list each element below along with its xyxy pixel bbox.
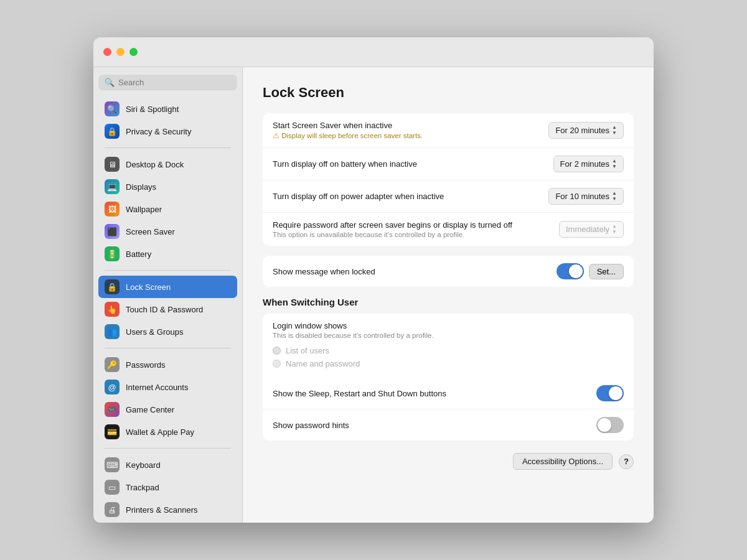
touchid-icon: 👆 bbox=[105, 302, 120, 317]
touchid-label: Touch ID & Password bbox=[126, 305, 203, 314]
passwords-label: Passwords bbox=[126, 360, 166, 370]
displays-label: Displays bbox=[126, 182, 156, 192]
radio-list-users[interactable]: List of users bbox=[273, 344, 360, 357]
sidebar-divider-0 bbox=[105, 147, 231, 148]
password-hints-label: Show password hints bbox=[273, 421, 596, 430]
sidebar-item-siri[interactable]: 🔍Siri & Spotlight bbox=[98, 98, 237, 120]
radio-name-password[interactable]: Name and password bbox=[273, 357, 360, 370]
sidebar-item-desktop[interactable]: 🖥Desktop & Dock bbox=[98, 153, 237, 175]
sidebar-item-battery[interactable]: 🔋Battery bbox=[98, 243, 237, 265]
page-title: Lock Screen bbox=[263, 85, 634, 101]
adapter-display-off-row: Turn display off on power adapter when i… bbox=[263, 180, 634, 213]
adapter-display-off-label: Turn display off on power adapter when i… bbox=[273, 192, 548, 201]
search-icon: 🔍 bbox=[105, 78, 115, 87]
privacy-label: Privacy & Security bbox=[126, 127, 191, 136]
siri-label: Siri & Spotlight bbox=[126, 105, 179, 114]
internet-icon: @ bbox=[105, 380, 120, 394]
login-window-label: Login window shows bbox=[273, 321, 347, 330]
require-password-row: Require password after screen saver begi… bbox=[263, 213, 634, 246]
login-window-row: Login window shows This is disabled beca… bbox=[263, 314, 634, 378]
screensaver-timer-label: Start Screen Saver when inactive bbox=[273, 121, 548, 130]
search-input[interactable] bbox=[118, 78, 231, 87]
show-message-card: Show message when locked Set... bbox=[263, 256, 634, 287]
require-password-stepper[interactable]: Immediately ▲ ▼ bbox=[559, 221, 624, 238]
sidebar-item-screensaver[interactable]: ⬛Screen Saver bbox=[98, 220, 237, 243]
desktop-icon: 🖥 bbox=[105, 157, 120, 172]
battery-label: Battery bbox=[126, 250, 151, 259]
screensaver-timer-stepper[interactable]: For 20 minutes ▲ ▼ bbox=[548, 122, 624, 139]
content-area: Lock Screen Start Screen Saver when inac… bbox=[243, 67, 654, 523]
battery-display-off-stepper[interactable]: For 2 minutes ▲ ▼ bbox=[553, 156, 624, 172]
battery-icon: 🔋 bbox=[105, 246, 120, 261]
keyboard-icon: ⌨ bbox=[105, 457, 120, 472]
when-switching-card: Login window shows This is disabled beca… bbox=[263, 314, 634, 441]
require-password-label: Require password after screen saver begi… bbox=[273, 220, 559, 230]
sidebar-item-printers[interactable]: 🖨Printers & Scanners bbox=[98, 498, 237, 521]
printers-icon: 🖨 bbox=[105, 502, 120, 517]
main-window: 🔍 🔍Siri & Spotlight🔒Privacy & Security🖥D… bbox=[93, 37, 654, 523]
siri-icon: 🔍 bbox=[105, 101, 120, 116]
main-settings-card: Start Screen Saver when inactive ⚠ Displ… bbox=[263, 113, 634, 246]
wallet-label: Wallet & Apple Pay bbox=[126, 427, 194, 437]
when-switching-section-title: When Switching User bbox=[263, 297, 634, 307]
lockscreen-label: Lock Screen bbox=[126, 282, 171, 292]
battery-display-off-label: Turn display off on battery when inactiv… bbox=[273, 159, 553, 169]
trackpad-label: Trackpad bbox=[126, 483, 159, 492]
sleep-restart-row: Show the Sleep, Restart and Shut Down bu… bbox=[263, 378, 634, 409]
screensaver-timer-row: Start Screen Saver when inactive ⚠ Displ… bbox=[263, 113, 634, 148]
sidebar-item-internet[interactable]: @Internet Accounts bbox=[98, 376, 237, 398]
radio-list-users-label: List of users bbox=[286, 346, 329, 355]
sleep-restart-toggle[interactable] bbox=[596, 385, 624, 401]
passwords-icon: 🔑 bbox=[105, 357, 120, 372]
sidebar-item-passwords[interactable]: 🔑Passwords bbox=[98, 353, 237, 376]
screensaver-icon: ⬛ bbox=[105, 224, 120, 239]
sidebar-item-touchid[interactable]: 👆Touch ID & Password bbox=[98, 298, 237, 320]
show-message-row: Show message when locked Set... bbox=[263, 256, 634, 287]
help-button[interactable]: ? bbox=[619, 454, 634, 469]
sidebar-item-displays[interactable]: 💻Displays bbox=[98, 175, 237, 198]
keyboard-label: Keyboard bbox=[126, 460, 161, 470]
sidebar-item-gamecenter[interactable]: 🎮Game Center bbox=[98, 398, 237, 421]
maximize-button[interactable] bbox=[129, 48, 138, 56]
sidebar-item-users[interactable]: 👥Users & Groups bbox=[98, 320, 237, 343]
sidebar-divider-2 bbox=[105, 348, 231, 348]
wallet-icon: 💳 bbox=[105, 424, 120, 439]
lockscreen-icon: 🔒 bbox=[105, 279, 120, 294]
screensaver-timer-sublabel: ⚠ Display will sleep before screen saver… bbox=[273, 131, 548, 140]
sidebar-item-keyboard[interactable]: ⌨Keyboard bbox=[98, 454, 237, 476]
adapter-display-off-stepper[interactable]: For 10 minutes ▲ ▼ bbox=[548, 188, 624, 205]
toggle-knob bbox=[569, 264, 583, 278]
wallpaper-icon: 🖼 bbox=[105, 202, 120, 217]
battery-display-off-row: Turn display off on battery when inactiv… bbox=[263, 148, 634, 180]
sidebar: 🔍 🔍Siri & Spotlight🔒Privacy & Security🖥D… bbox=[93, 67, 243, 523]
sidebar-item-wallpaper[interactable]: 🖼Wallpaper bbox=[98, 198, 237, 220]
accessibility-options-button[interactable]: Accessibility Options... bbox=[513, 453, 613, 470]
close-button[interactable] bbox=[103, 48, 111, 56]
desktop-label: Desktop & Dock bbox=[126, 160, 184, 169]
privacy-icon: 🔒 bbox=[105, 124, 120, 139]
sidebar-divider-3 bbox=[105, 448, 231, 449]
sidebar-divider-1 bbox=[105, 270, 231, 271]
require-password-sublabel: This option is unavailable because it's … bbox=[273, 231, 559, 238]
trackpad-icon: ▭ bbox=[105, 480, 120, 495]
radio-name-password-label: Name and password bbox=[286, 359, 360, 368]
sidebar-item-trackpad[interactable]: ▭Trackpad bbox=[98, 476, 237, 498]
main-layout: 🔍 🔍Siri & Spotlight🔒Privacy & Security🖥D… bbox=[93, 37, 654, 523]
screensaver-label: Screen Saver bbox=[126, 227, 175, 236]
minimize-button[interactable] bbox=[116, 48, 125, 56]
radio-list-users-circle bbox=[273, 347, 281, 355]
password-hints-toggle[interactable] bbox=[596, 417, 624, 433]
users-icon: 👥 bbox=[105, 324, 120, 339]
login-window-sublabel: This is disabled because it's controlled… bbox=[273, 332, 434, 339]
set-message-button[interactable]: Set... bbox=[589, 264, 624, 279]
bottom-bar: Accessibility Options... ? bbox=[263, 450, 634, 472]
search-bar[interactable]: 🔍 bbox=[98, 75, 237, 90]
sidebar-item-wallet[interactable]: 💳Wallet & Apple Pay bbox=[98, 421, 237, 443]
titlebar bbox=[93, 37, 654, 67]
show-message-toggle[interactable] bbox=[557, 263, 584, 279]
gamecenter-icon: 🎮 bbox=[105, 402, 120, 417]
sidebar-item-lockscreen[interactable]: 🔒Lock Screen bbox=[98, 276, 237, 298]
printers-label: Printers & Scanners bbox=[126, 505, 198, 515]
warning-icon: ⚠ bbox=[273, 132, 280, 139]
sidebar-item-privacy[interactable]: 🔒Privacy & Security bbox=[98, 120, 237, 142]
